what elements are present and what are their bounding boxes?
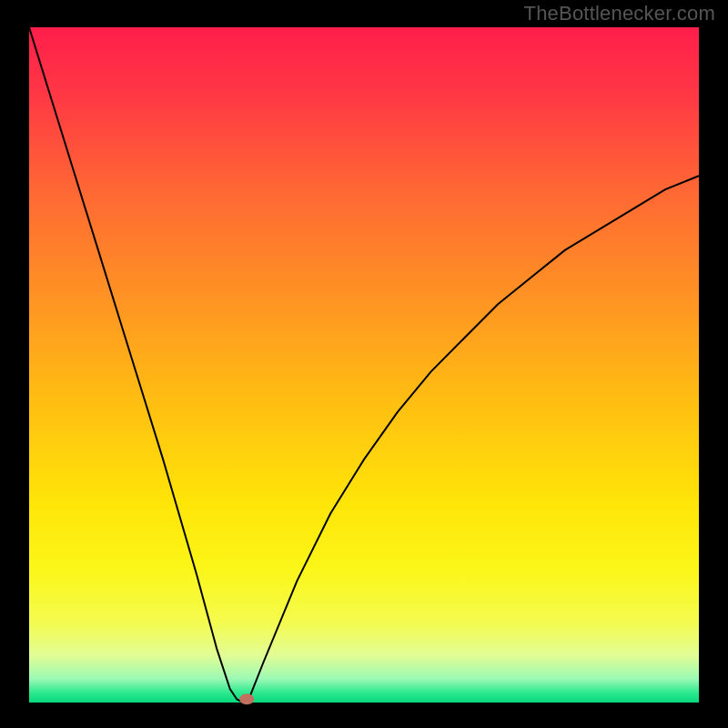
plot-area bbox=[29, 27, 699, 703]
chart-container: TheBottlenecker.com bbox=[0, 0, 728, 728]
bottleneck-chart bbox=[0, 0, 728, 728]
optimal-point-marker bbox=[239, 693, 254, 704]
watermark-text: TheBottlenecker.com bbox=[524, 2, 715, 25]
